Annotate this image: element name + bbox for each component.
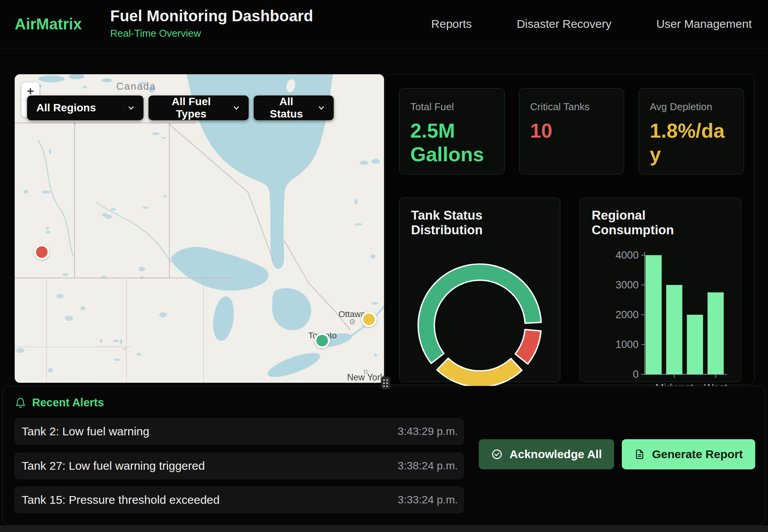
generate-report-label: Generate Report: [652, 448, 743, 461]
alert-timestamp: 3:33:24 p.m.: [398, 494, 458, 506]
alert-message: Tank 15: Pressure threshold exceeded: [22, 493, 220, 506]
stat-value: 10: [530, 119, 609, 143]
map-label-country: Canada: [116, 80, 156, 92]
filter-fuel-types-label: All Fuel Types: [158, 95, 225, 120]
alerts-panel: Recent Alerts Tank 2: Low fuel warning 3…: [2, 386, 765, 525]
alert-message: Tank 27: Low fuel warning triggered: [22, 459, 205, 472]
tank-marker-normal[interactable]: [314, 333, 330, 348]
generate-report-button[interactable]: Generate Report: [622, 439, 755, 469]
check-circle-icon: [491, 448, 503, 460]
tank-status-donut-chart: [411, 259, 548, 392]
alert-timestamp: 3:43:29 p.m.: [398, 425, 458, 438]
donut-wrap: [411, 259, 548, 392]
chart-title: Tank Status Distribution: [411, 208, 548, 237]
alerts-title: Recent Alerts: [32, 396, 104, 409]
svg-text:3000: 3000: [616, 279, 639, 291]
regional-consumption-chart-card: Regional Consumption 01000200030004000Mi…: [580, 198, 741, 382]
nav-disaster-recovery[interactable]: Disaster Recovery: [517, 17, 611, 31]
svg-text:1000: 1000: [616, 339, 639, 350]
nav-user-management[interactable]: User Management: [656, 17, 752, 31]
tank-marker-critical[interactable]: [34, 244, 49, 260]
document-icon: [634, 448, 645, 460]
chevron-down-icon: [127, 104, 135, 112]
stat-label: Total Fuel: [410, 101, 493, 113]
alert-row[interactable]: Tank 2: Low fuel warning 3:43:29 p.m.: [14, 418, 464, 445]
map-city-square-new-york: [364, 370, 367, 373]
tank-marker-warning[interactable]: [361, 312, 377, 327]
acknowledge-all-label: Acknowledge All: [510, 448, 602, 461]
alert-row[interactable]: Tank 15: Pressure threshold exceeded 3:3…: [14, 486, 464, 513]
bell-icon: [15, 397, 26, 409]
map-city-dot-ottawa: [350, 320, 355, 324]
stat-card-critical-tanks: Critical Tanks 10: [519, 88, 625, 174]
stat-label: Avg Depletion: [650, 101, 733, 113]
alert-message: Tank 2: Low fuel warning: [22, 425, 149, 438]
stat-value: 2.5M Gallons: [410, 119, 490, 167]
nav-reports[interactable]: Reports: [431, 17, 472, 31]
alert-timestamp: 3:38:24 p.m.: [398, 460, 458, 472]
top-nav: Reports Disaster Recovery User Managemen…: [431, 0, 752, 48]
stats-panel: Total Fuel 2.5M Gallons Critical Tanks 1…: [385, 74, 754, 385]
map-resize-handle[interactable]: [381, 377, 390, 389]
map-label-new-york: New York: [347, 372, 384, 382]
chevron-down-icon: [232, 104, 240, 112]
grip-dots-icon: [383, 379, 388, 387]
bottom-strip: [0, 525, 768, 532]
stats-row: Total Fuel 2.5M Gallons Critical Tanks 1…: [399, 88, 744, 174]
chevron-down-icon: [317, 104, 325, 112]
tank-status-chart-card: Tank Status Distribution: [399, 198, 560, 382]
acknowledge-all-button[interactable]: Acknowledge All: [479, 439, 614, 469]
alert-row[interactable]: Tank 27: Low fuel warning triggered 3:38…: [14, 452, 464, 479]
filter-regions-label: All Regions: [36, 102, 96, 114]
svg-text:4000: 4000: [616, 249, 639, 261]
dashboard-root: AirMatrix Fuel Monitoring Dashboard Real…: [0, 0, 768, 532]
stat-label: Critical Tanks: [530, 101, 613, 113]
app-logo[interactable]: AirMatrix: [15, 15, 82, 33]
page-title: Fuel Monitoring Dashboard: [110, 7, 313, 25]
filter-regions-select[interactable]: All Regions: [27, 95, 143, 120]
bar-wrap: 01000200030004000MidwestWest: [592, 244, 729, 395]
chart-title: Regional Consumption: [592, 208, 729, 237]
stat-card-total-fuel: Total Fuel 2.5M Gallons: [399, 88, 505, 174]
filter-status-label: All Status: [263, 95, 310, 120]
map-filters: All Regions All Fuel Types All Status: [27, 95, 334, 120]
map-panel: Canada Ottawa Toronto New York + − All R…: [15, 74, 384, 383]
stat-value: 1.8%/day: [650, 119, 729, 167]
page-subtitle: Real-Time Overview: [110, 27, 313, 39]
alerts-header: Recent Alerts: [15, 396, 104, 409]
svg-text:0: 0: [633, 368, 638, 380]
app-header: AirMatrix Fuel Monitoring Dashboard Real…: [0, 0, 768, 48]
regional-consumption-bar-chart: 01000200030004000MidwestWest: [592, 244, 729, 395]
title-block: Fuel Monitoring Dashboard Real-Time Over…: [110, 7, 313, 39]
stat-card-avg-depletion: Avg Depletion 1.8%/day: [638, 88, 744, 174]
svg-text:2000: 2000: [616, 309, 639, 321]
filter-status-select[interactable]: All Status: [254, 95, 334, 120]
charts-row: Tank Status Distribution Regional Consum…: [399, 198, 741, 382]
filter-fuel-types-select[interactable]: All Fuel Types: [148, 95, 249, 120]
